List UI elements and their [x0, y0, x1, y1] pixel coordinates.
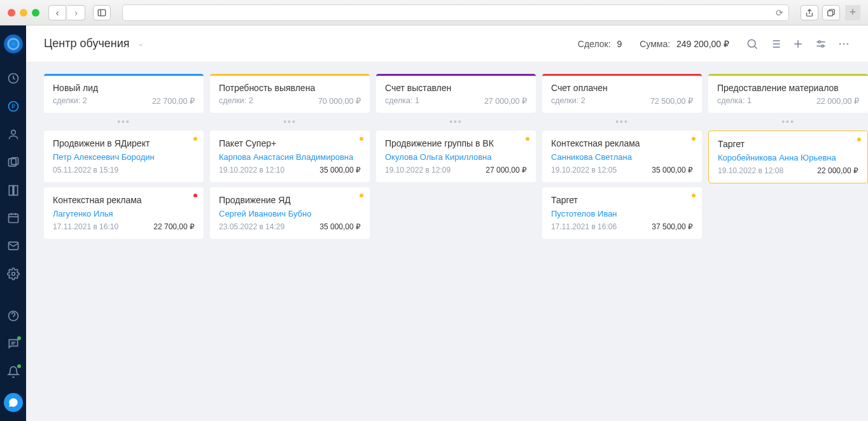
card-amount: 27 000,00 ₽ — [486, 166, 527, 175]
back-button[interactable]: ‹ — [48, 5, 66, 20]
column-header[interactable]: Потребность выявленасделки: 270 000,00 ₽ — [210, 74, 370, 113]
left-sidebar: ₽ — [0, 25, 26, 421]
svg-point-21 — [748, 39, 755, 47]
column-header[interactable]: Новый лидсделки: 222 700,00 ₽ — [44, 74, 204, 113]
reload-icon[interactable]: ⟳ — [776, 8, 783, 18]
nav-settings[interactable] — [6, 267, 20, 281]
sum-stat: Сумма: 249 200,00 ₽ — [640, 39, 729, 49]
svg-rect-10 — [9, 185, 13, 195]
svg-point-37 — [847, 43, 849, 45]
maximize-window[interactable] — [32, 9, 39, 17]
nav-tasks[interactable] — [6, 155, 20, 169]
deals-count-stat: Сделок: 9 — [578, 39, 622, 49]
card-amount: 37 500,00 ₽ — [652, 222, 693, 231]
column-amount: 27 000,00 ₽ — [484, 96, 527, 106]
column-header[interactable]: Счет оплаченсделки: 272 500,00 ₽ — [542, 74, 702, 113]
add-card-placeholder[interactable]: ••• — [376, 118, 536, 125]
card-contact[interactable]: Окулова Ольга Кирилловна — [385, 152, 527, 162]
status-dot — [360, 194, 363, 197]
nav-contacts[interactable] — [6, 127, 20, 141]
card-date: 19.10.2022 в 12:08 — [718, 166, 783, 175]
filter-icon[interactable] — [815, 38, 827, 50]
deal-card[interactable]: Контекстная рекламаСанникова Светлана19.… — [542, 131, 702, 182]
browser-chrome: ‹ › ⟳ + — [0, 0, 868, 25]
column-count: сделки: 2 — [53, 96, 87, 106]
card-amount: 35 000,00 ₽ — [319, 166, 361, 175]
nav-help[interactable] — [6, 309, 20, 323]
deal-card[interactable]: Продвижени в ЯДиректПетр Алексеевич Боро… — [44, 131, 204, 182]
column-header[interactable]: Счет выставленсделка: 127 000,00 ₽ — [376, 74, 536, 113]
card-contact[interactable]: Карпова Анастасия Владимировна — [219, 152, 361, 162]
url-bar[interactable]: ⟳ — [122, 4, 789, 21]
minimize-window[interactable] — [20, 9, 27, 17]
notif-dot — [17, 364, 21, 368]
column-count: сделки: 2 — [219, 96, 253, 106]
nav-mail[interactable] — [6, 239, 20, 253]
kanban-board: Новый лидсделки: 222 700,00 ₽•••Продвиже… — [26, 62, 868, 421]
column-header[interactable]: Предоставление материаловсделка: 122 000… — [708, 74, 868, 113]
deal-card[interactable]: ТаргетКоробейникова Анна Юрьевна19.10.20… — [708, 131, 868, 183]
header-actions — [746, 38, 850, 50]
nav-dashboard[interactable] — [6, 71, 20, 85]
card-title: Контекстная реклама — [53, 195, 195, 205]
column-amount: 22 000,00 ₽ — [816, 96, 859, 106]
card-contact[interactable]: Санникова Светлана — [551, 152, 693, 162]
add-card-placeholder[interactable]: ••• — [708, 118, 868, 125]
card-date: 19.10.2022 в 12:10 — [219, 166, 284, 175]
svg-text:₽: ₽ — [11, 103, 15, 110]
deal-card[interactable]: Продвижение группы в ВКОкулова Ольга Кир… — [376, 131, 536, 182]
svg-point-17 — [11, 273, 15, 276]
new-tab-button[interactable]: + — [845, 5, 860, 20]
card-amount: 35 000,00 ₽ — [652, 166, 693, 175]
sidebar-toggle[interactable] — [93, 5, 111, 20]
chat-button[interactable] — [4, 393, 23, 412]
card-title: Контекстная реклама — [551, 138, 693, 148]
deal-card[interactable]: ТаргетПустотелов Иван17.11.2021 в 16:063… — [542, 187, 702, 239]
svg-point-3 — [8, 39, 18, 50]
svg-point-32 — [818, 41, 820, 43]
card-date: 23.05.2022 в 14:29 — [219, 222, 284, 231]
kanban-column: Счет выставленсделка: 127 000,00 ₽•••Про… — [376, 74, 536, 410]
add-icon[interactable] — [792, 38, 804, 50]
deal-card[interactable]: Пакет Супер+Карпова Анастасия Владимиров… — [210, 131, 370, 182]
column-title: Предоставление материалов — [717, 83, 859, 93]
card-contact[interactable]: Петр Алексеевич Бородин — [53, 152, 195, 162]
deal-card[interactable]: Контекстная рекламаЛагутенко Илья17.11.2… — [44, 187, 204, 239]
card-date: 19.10.2022 в 12:05 — [551, 166, 617, 175]
forward-button[interactable]: › — [67, 5, 85, 20]
card-title: Продвижение ЯД — [219, 195, 361, 205]
nav-calendar[interactable] — [6, 211, 20, 225]
card-contact[interactable]: Коробейникова Анна Юрьевна — [718, 153, 858, 162]
add-card-placeholder[interactable]: ••• — [44, 118, 204, 125]
list-view-icon[interactable] — [769, 38, 781, 50]
svg-rect-11 — [13, 185, 17, 195]
page-title-dropdown[interactable]: Центр обучения ⌵ — [44, 37, 143, 50]
card-title: Продвижени в ЯДирект — [53, 138, 195, 148]
nav-docs[interactable] — [6, 183, 20, 197]
column-title: Новый лид — [53, 83, 195, 93]
search-icon[interactable] — [746, 38, 759, 50]
add-card-placeholder[interactable]: ••• — [542, 118, 702, 125]
nav-notifications[interactable] — [6, 365, 20, 379]
card-contact[interactable]: Сергей Иванович Бубно — [219, 209, 361, 218]
status-dot — [360, 137, 363, 141]
card-contact[interactable]: Пустотелов Иван — [551, 209, 693, 218]
svg-point-35 — [839, 43, 841, 45]
column-amount: 22 700,00 ₽ — [152, 96, 195, 106]
more-icon[interactable] — [837, 38, 850, 50]
share-button[interactable] — [801, 5, 818, 20]
close-window[interactable] — [8, 9, 15, 17]
card-title: Таргет — [718, 139, 858, 149]
svg-rect-0 — [98, 10, 105, 16]
card-amount: 35 000,00 ₽ — [319, 222, 361, 231]
card-contact[interactable]: Лагутенко Илья — [53, 209, 195, 218]
nav-messages[interactable] — [6, 337, 20, 351]
svg-line-22 — [755, 46, 757, 48]
tabs-button[interactable] — [822, 5, 840, 20]
add-card-placeholder[interactable]: ••• — [210, 118, 370, 125]
deal-card[interactable]: Продвижение ЯДСергей Иванович Бубно23.05… — [210, 187, 370, 239]
app-logo[interactable] — [4, 34, 23, 54]
card-date: 17.11.2021 в 16:10 — [53, 222, 118, 231]
window-controls — [8, 9, 39, 17]
nav-deals[interactable]: ₽ — [6, 99, 20, 113]
